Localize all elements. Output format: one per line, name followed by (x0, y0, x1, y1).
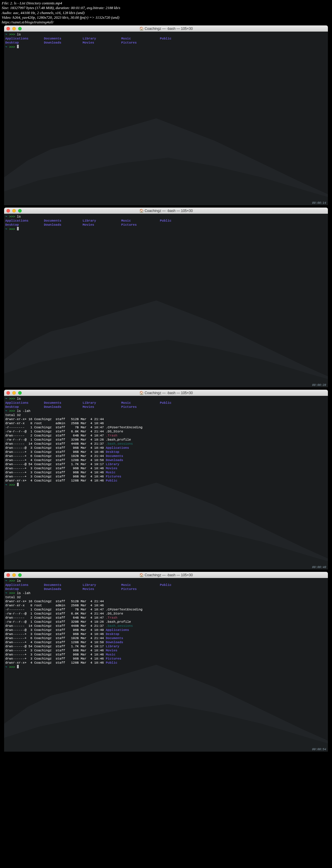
file-name: .. (106, 604, 110, 607)
minimize-icon[interactable] (12, 573, 16, 577)
ls-row: drwx------@ 3 Coachingz staff 96B Mar 4 … (5, 446, 327, 450)
ls-lah-output: drwxr-xr-x+ 16 Coachingz staff 512B Mar … (5, 599, 327, 665)
ls-row: drwx------+ 4 Coachingz staff 128B Mar 4… (5, 640, 327, 644)
file-name: .. (106, 422, 110, 425)
zoom-icon[interactable] (18, 573, 22, 577)
close-icon[interactable] (6, 209, 10, 213)
timestamp: 00:00:28 (312, 383, 326, 387)
file-meta: File: 2. ls - List Directory contents.mp… (0, 0, 332, 25)
file-name: Pictures (106, 475, 121, 478)
file-name: Public (106, 479, 117, 483)
file-name: Music (106, 653, 115, 656)
terminal-body[interactable]: ~ >>> ls ApplicationsDocumentsLibraryMus… (4, 578, 328, 752)
file-name: Library (106, 645, 119, 648)
ls-row: drwx------+ 3 Coachingz staff 96B Mar 4 … (5, 657, 327, 661)
zoom-icon[interactable] (18, 391, 22, 395)
ls-row: drwx------+ 3 Coachingz staff 96B Mar 4 … (5, 474, 327, 478)
close-icon[interactable] (6, 27, 10, 30)
ls-row: -r-------- 1 Coachingz staff 7B Mar 4 18… (5, 425, 327, 430)
file-name: Applications (106, 446, 129, 450)
file-name: Desktop (106, 632, 119, 636)
meta-line: Size: 18327997 bytes (17.48 MiB), durati… (2, 5, 330, 10)
ls-row: drwx------+ 3 Coachingz staff 96B Mar 4 … (5, 653, 327, 657)
ls-row: drwx------+ 3 Coachingz staff 96B Mar 4 … (5, 466, 327, 470)
ls-row: -rw-r--r--@ 1 Coachingz staff 329B Mar 4… (5, 620, 327, 624)
file-name: .CFUserTextEncoding (106, 608, 142, 611)
ls-output: DesktopDownloadsMoviesPictures (5, 41, 327, 45)
timestamp: 00:00:54 (312, 748, 326, 751)
prompt-line: ~ >>> (5, 45, 327, 49)
timestamp: 00:00:40 (312, 566, 326, 569)
meta-line: https://sanet.st/blogs/training4all/ (2, 20, 330, 25)
minimize-icon[interactable] (12, 209, 16, 213)
window-controls (6, 209, 22, 213)
ls-row: -rw-r--r--@ 1 Coachingz staff 329B Mar 4… (5, 438, 327, 442)
file-name: Movies (106, 649, 117, 652)
cursor-icon (17, 227, 19, 230)
window-controls (6, 573, 22, 577)
cursor-icon (17, 665, 19, 668)
minimize-icon[interactable] (12, 27, 16, 30)
titlebar: 🏠 Coachingz — -bash — 105×30 (4, 390, 328, 396)
ls-lah-output: drwxr-xr-x+ 16 Coachingz staff 512B Mar … (5, 417, 327, 483)
terminal-body[interactable]: ~ >>> ls ApplicationsDocumentsLibraryMus… (4, 32, 328, 205)
prompt-line: ~ >>> ls -lah (5, 409, 327, 413)
file-name: .DS_Store (106, 612, 123, 615)
titlebar: 🏠 Coachingz — -bash — 105×30 (4, 25, 328, 32)
window-title: 🏠 Coachingz — -bash — 105×30 (4, 573, 328, 577)
terminal-body[interactable]: ~ >>> ls ApplicationsDocumentsLibraryMus… (4, 214, 328, 388)
zoom-icon[interactable] (18, 27, 22, 30)
ls-row: -rw-r--r--@ 1 Coachingz staff 6.0K Mar 4… (5, 430, 327, 434)
window-controls (6, 391, 22, 395)
window-controls (6, 27, 22, 30)
minimize-icon[interactable] (12, 391, 16, 395)
terminal-body[interactable]: ~ >>> ls ApplicationsDocumentsLibraryMus… (4, 396, 328, 569)
ls-row: drwx------+ 4 Coachingz staff 128B Mar 4… (5, 458, 327, 462)
file-name: .Trash (106, 616, 117, 620)
total-line: total 32 (5, 413, 327, 417)
ls-row: drwx------ 14 Coachingz staff 448B Mar 4… (5, 624, 327, 628)
close-icon[interactable] (6, 391, 10, 395)
ls-row: drwx------@ 54 Coachingz staff 1.7K Mar … (5, 644, 327, 648)
terminal-window: 🏠 Coachingz — -bash — 105×30 ~ >>> ls Ap… (4, 390, 328, 569)
wallpaper-mountain (4, 110, 328, 206)
file-name: Public (106, 661, 117, 664)
ls-output: ApplicationsDocumentsLibraryMusicPublic (5, 36, 327, 41)
terminal-window: 🏠 Coachingz — -bash — 105×30 ~ >>> ls Ap… (4, 25, 328, 205)
ls-row: drwxr-xr-x 8 root admin 256B Mar 4 18:46… (5, 421, 327, 425)
prompt-line: ~ >>> (5, 665, 327, 669)
ls-row: drwx------+ 6 Coachingz staff 192B Mar 4… (5, 636, 327, 640)
ls-row: drwxr-xr-x+ 4 Coachingz staff 128B Mar 4… (5, 661, 327, 665)
close-icon[interactable] (6, 573, 10, 577)
ls-row: drwxr-xr-x+ 16 Coachingz staff 512B Mar … (5, 417, 327, 421)
terminal-window: 🏠 Coachingz — -bash — 105×30 ~ >>> ls Ap… (4, 208, 328, 388)
terminal-window: 🏠 Coachingz — -bash — 105×30 ~ >>> ls Ap… (4, 572, 328, 752)
file-name: Desktop (106, 450, 119, 454)
ls-row: drwx------+ 3 Coachingz staff 96B Mar 4 … (5, 470, 327, 474)
file-name: . (106, 600, 108, 603)
file-name: Applications (106, 628, 129, 632)
ls-row: drwx------ 2 Coachingz staff 64B Mar 4 1… (5, 434, 327, 438)
ls-output: ApplicationsDocumentsLibraryMusicPublic (5, 219, 327, 223)
file-name: Documents (106, 637, 123, 640)
prompt-line: ~ >>> (5, 227, 327, 231)
ls-row: drwx------+ 3 Coachingz staff 96B Mar 4 … (5, 648, 327, 653)
prompt-line: ~ >>> ls (5, 579, 327, 583)
ls-row: drwxr-xr-x 8 root admin 256B Mar 4 18:46… (5, 603, 327, 608)
wallpaper-mountain (4, 656, 328, 752)
ls-row: drwx------+ 6 Coachingz staff 192B Mar 4… (5, 454, 327, 458)
meta-line: Audio: aac, 44100 Hz, 2 channels, s16, 1… (2, 10, 330, 15)
file-name: Downloads (106, 458, 123, 462)
total-line: total 32 (5, 595, 327, 599)
titlebar: 🏠 Coachingz — -bash — 105×30 (4, 208, 328, 214)
file-name: .Trash (106, 434, 117, 437)
wallpaper-mountain (4, 474, 328, 570)
ls-row: -r-------- 1 Coachingz staff 7B Mar 4 18… (5, 608, 327, 612)
file-name: .bash_profile (106, 438, 131, 441)
file-name: Documents (106, 454, 123, 458)
ls-output: ApplicationsDocumentsLibraryMusicPublic (5, 401, 327, 405)
zoom-icon[interactable] (18, 209, 22, 213)
timestamp: 00:00:14 (312, 202, 326, 205)
file-name: .bash_sessions (106, 624, 133, 628)
window-title: 🏠 Coachingz — -bash — 105×30 (4, 27, 328, 31)
